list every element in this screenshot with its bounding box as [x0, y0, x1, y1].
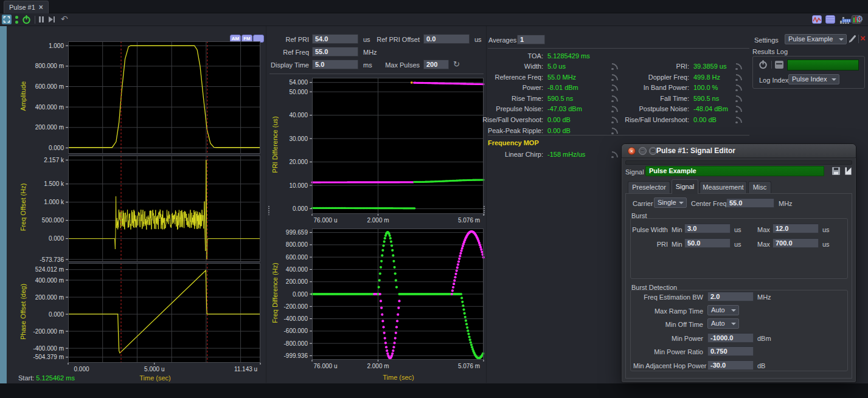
pri-min-label: Min — [672, 239, 682, 249]
pri-min-input[interactable]: 50.0 — [684, 238, 731, 248]
measurements-separator-bottom — [488, 135, 749, 136]
svg-text:50.000: 50.000 — [289, 89, 308, 95]
svg-text:5.076 m: 5.076 m — [458, 217, 480, 224]
amplitude-plot[interactable]: 1.000800.000 m600.000 m400.000 m200.000 … — [68, 41, 260, 154]
svg-text:40.000: 40.000 — [289, 112, 308, 118]
splitter-grip-left[interactable] — [268, 205, 270, 215]
svg-text:-400.000 m: -400.000 m — [33, 345, 64, 352]
svg-text:10.000: 10.000 — [289, 182, 308, 189]
max-pulses-input[interactable]: 200 — [423, 60, 449, 69]
meas-value: 100.0 % — [693, 83, 718, 92]
rss-feed-icon[interactable] — [735, 84, 743, 92]
log-export-icon[interactable] — [775, 61, 783, 69]
tab-preselector[interactable]: Preselector — [628, 181, 670, 193]
ref-pri-offset-input[interactable]: 0.0 — [423, 34, 470, 44]
pulse-width-min-input[interactable]: 3.0 — [684, 224, 731, 233]
rss-feed-icon[interactable] — [735, 63, 743, 70]
status-dot-top — [15, 16, 18, 19]
tab-misc[interactable]: Misc — [748, 181, 771, 193]
signal-name-input[interactable]: Pulse Example — [645, 166, 824, 176]
delete-settings-icon[interactable]: × — [860, 33, 866, 43]
svg-text:0.000: 0.000 — [74, 366, 89, 372]
pulse-table-icon[interactable] — [825, 15, 835, 24]
min-adjacent-hop-power-input[interactable]: -30.0 — [707, 360, 754, 370]
tab-bar: Pulse #1 × — [0, 0, 868, 13]
freq-estimation-bw-input[interactable]: 2.0 — [707, 292, 754, 301]
svg-text:-600.000: -600.000 — [284, 328, 308, 334]
start-value: 5.125462 ms — [36, 374, 75, 382]
save-signal-icon[interactable] — [832, 167, 840, 175]
bd-row-label: Min Power — [633, 334, 703, 343]
freq-difference-plot[interactable]: 999.659800.000600.000400.000200.0000.000… — [312, 228, 484, 360]
display-time-input[interactable]: 5.0 — [312, 60, 358, 69]
log-power-button[interactable] — [758, 60, 768, 71]
frequency-mop-header: Frequency MOP — [488, 139, 539, 146]
averages-input[interactable]: 1 — [517, 35, 545, 44]
pulse-width-label: Pulse Width — [630, 225, 668, 235]
left-time-axis-label: Time (sec) — [119, 374, 192, 382]
settings-gear-icon[interactable]: ⚙ — [856, 14, 864, 24]
svg-text:-200.000 m: -200.000 m — [33, 328, 64, 335]
meas-value: -47.03 dBm — [547, 104, 582, 114]
tab-pulse-1[interactable]: Pulse #1 × — [4, 1, 49, 13]
ref-pri-input[interactable]: 54.0 — [312, 34, 358, 44]
tab-title: Pulse #1 — [9, 4, 35, 11]
pause-button[interactable] — [39, 16, 45, 24]
settings-dropdown[interactable]: Pulse Example — [785, 34, 847, 44]
freq-offset-plot[interactable]: 2.157 k1.500 k1.000 k500.0000.000-573.73… — [68, 156, 260, 262]
phase-offset-plot[interactable]: 524.012 m400.000 m200.000 m0.000-200.000… — [68, 263, 260, 363]
copy-signal-icon[interactable] — [845, 167, 852, 175]
log-index-dropdown[interactable]: Pulse Index — [788, 74, 839, 84]
start-label: Start: — [18, 374, 34, 382]
pulse-trace-report-icon[interactable] — [812, 15, 822, 24]
rss-feed-icon[interactable] — [611, 151, 619, 159]
rss-feed-icon[interactable] — [735, 105, 743, 113]
pw-max-label: Max — [757, 225, 770, 235]
center-freq-input[interactable]: 55.0 — [726, 198, 774, 208]
svg-text:54.000: 54.000 — [289, 79, 308, 86]
meas-value: 0.00 dB — [547, 126, 571, 136]
settings-label: Settings — [754, 35, 779, 45]
dialog-minimize-button[interactable]: − — [639, 147, 647, 155]
side-dock-strip[interactable] — [0, 26, 7, 383]
svg-text:1.500 k: 1.500 k — [44, 180, 64, 187]
min-power-ratio-input[interactable]: 0.750 — [707, 346, 754, 356]
svg-text:-504.379 m: -504.379 m — [33, 354, 64, 360]
rss-feed-icon[interactable] — [611, 127, 619, 135]
meas-value: 55.0 MHz — [547, 72, 576, 82]
mid-time-axis-label: Time (sec) — [362, 374, 435, 381]
rss-feed-icon[interactable] — [735, 74, 743, 81]
meas-label: Peak-Peak Ripple: — [453, 126, 543, 136]
power-button[interactable] — [21, 15, 32, 26]
ref-freq-input[interactable]: 55.0 — [312, 47, 358, 57]
hbar-ruler-icon[interactable] — [842, 19, 851, 22]
max-ramp-time-dropdown[interactable]: Auto — [707, 305, 739, 315]
rss-feed-icon[interactable] — [735, 116, 743, 124]
dialog-titlebar[interactable]: × − Pulse #1: Signal Editor — [622, 144, 856, 158]
svg-text:0.000: 0.000 — [49, 235, 64, 242]
ref-pri-offset-label: Ref PRI Offset — [364, 35, 420, 44]
ref-freq-unit: MHz — [363, 47, 377, 57]
carrier-dropdown[interactable]: Single — [654, 197, 687, 208]
step-forward-button[interactable] — [49, 16, 55, 24]
edit-settings-icon[interactable] — [850, 35, 856, 41]
ref-freq-label: Ref Freq — [248, 47, 309, 57]
meas-label: PRI: — [599, 61, 689, 71]
min-power-input[interactable]: -1000.0 — [707, 333, 754, 343]
undo-icon[interactable]: ↶ — [61, 14, 68, 24]
min-off-time-dropdown[interactable]: Auto — [707, 318, 739, 329]
svg-text:400.000 m: 400.000 m — [35, 104, 64, 111]
rss-feed-icon[interactable] — [735, 95, 743, 103]
tab-close-icon[interactable]: × — [39, 3, 43, 12]
pri-max-input[interactable]: 700.0 — [773, 238, 819, 248]
pri-max-label: Max — [757, 239, 770, 249]
tab-signal[interactable]: Signal — [672, 179, 698, 194]
meas-value: 39.3859 us — [693, 61, 726, 71]
linear-chirp-label: Linear Chirp: — [453, 149, 543, 159]
pw-min-unit: us — [734, 225, 741, 235]
tab-measurement[interactable]: Measurement — [700, 181, 747, 193]
dialog-close-button[interactable]: × — [628, 147, 636, 155]
dock-expand-icon[interactable] — [2, 15, 12, 24]
pulse-width-max-input[interactable]: 12.0 — [773, 224, 819, 233]
splitter-left[interactable] — [266, 26, 266, 383]
